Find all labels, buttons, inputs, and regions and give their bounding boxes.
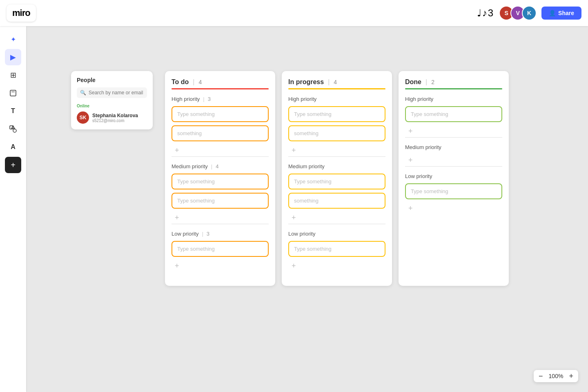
divider (405, 166, 502, 167)
inprogress-medium-label: Medium priority (288, 163, 325, 169)
card[interactable]: Type something (405, 183, 502, 199)
people-search-input[interactable] (89, 90, 144, 96)
done-high-label: High priority (405, 96, 433, 102)
avatar-3: K (522, 6, 537, 20)
separator: | (211, 163, 212, 169)
done-medium-header: Medium priority (405, 144, 502, 150)
tool-note[interactable] (5, 85, 21, 101)
person-info: Stephania Kolarova s5212@miro.com (92, 113, 138, 123)
kanban-board: To do | 4 High priority | 3 Type somethi… (165, 71, 509, 286)
zoom-out-button[interactable]: − (539, 372, 543, 380)
divider (288, 156, 385, 157)
person-email: s5212@miro.com (92, 118, 138, 123)
tool-table[interactable]: ⊞ (5, 67, 21, 83)
add-card-todo-low[interactable]: + (172, 260, 183, 272)
tool-text[interactable]: T (5, 103, 21, 119)
card[interactable]: Type something (172, 106, 269, 122)
inprogress-medium-priority: Medium priority Type something something… (288, 163, 385, 224)
svg-point-2 (13, 129, 16, 132)
svg-rect-0 (10, 90, 16, 96)
card[interactable]: something (288, 125, 385, 141)
add-card-done-high[interactable]: + (405, 125, 416, 137)
header: miro ♩♪3 S V K 👤 Share (0, 0, 588, 26)
people-panel-title: People (77, 77, 147, 83)
col-inprogress-divider (288, 88, 385, 89)
col-done-title: Done (405, 78, 421, 86)
logo-text: miro (12, 8, 30, 18)
people-panel: People 🔍 Online SK Stephania Kolarova s5… (71, 71, 153, 129)
card[interactable]: Type something (288, 174, 385, 189)
done-high-priority: High priority Type something + (405, 96, 502, 138)
done-low-label: Low priority (405, 173, 432, 179)
divider (172, 224, 269, 224)
todo-high-header: High priority | 3 (172, 96, 269, 102)
col-done-count: 2 (431, 79, 434, 85)
inprogress-high-priority: High priority Type something something + (288, 96, 385, 157)
todo-low-label: Low priority (172, 231, 198, 237)
card[interactable]: Type something (288, 106, 385, 122)
col-inprogress-count: 4 (334, 79, 337, 85)
done-high-header: High priority (405, 96, 502, 102)
share-label: Share (558, 10, 574, 16)
todo-low-header: Low priority | 3 (172, 231, 269, 237)
pipe-separator: | (425, 78, 427, 86)
person-row: SK Stephania Kolarova s5212@miro.com (77, 111, 147, 124)
tool-shapes[interactable] (5, 121, 21, 137)
zoom-controls: − 100% + (534, 370, 578, 382)
people-search-box[interactable]: 🔍 (77, 87, 147, 98)
inprogress-high-label: High priority (288, 96, 316, 102)
add-card-done-medium[interactable]: + (405, 154, 416, 166)
col-done-header: Done | 2 (405, 78, 502, 86)
pipe-separator: | (193, 78, 194, 86)
done-medium-priority: Medium priority + (405, 144, 502, 167)
add-card-done-low[interactable]: + (405, 203, 416, 214)
card[interactable]: something (288, 193, 385, 209)
col-inprogress-header: In progress | 4 (288, 78, 385, 86)
share-icon: 👤 (549, 10, 556, 16)
header-right: ♩♪3 S V K 👤 Share (477, 6, 581, 20)
todo-high-priority: High priority | 3 Type something somethi… (172, 96, 269, 157)
card[interactable]: Type something (172, 174, 269, 189)
todo-high-label: High priority (172, 96, 200, 102)
online-label: Online (77, 104, 147, 108)
toolbar: ✦ ▶ ⊞ T A + (0, 26, 26, 392)
todo-medium-header: Medium priority | 4 (172, 163, 269, 169)
zoom-level: 100% (548, 373, 564, 379)
separator: | (203, 96, 204, 102)
divider (288, 224, 385, 224)
add-card-todo-medium[interactable]: + (172, 212, 183, 224)
add-card-todo-high[interactable]: + (172, 145, 183, 156)
card[interactable]: Type something (288, 241, 385, 257)
emoji-icons: ♩♪3 (477, 7, 494, 19)
col-inprogress-title: In progress (288, 78, 324, 86)
col-todo-title: To do (172, 78, 189, 86)
todo-high-count: 3 (208, 96, 211, 102)
add-card-inprogress-medium[interactable]: + (288, 212, 299, 224)
col-todo-divider (172, 88, 269, 89)
person-avatar: SK (77, 111, 89, 124)
canvas: People 🔍 Online SK Stephania Kolarova s5… (26, 26, 588, 392)
add-card-inprogress-high[interactable]: + (288, 145, 299, 156)
tool-select[interactable]: ▶ (5, 49, 21, 65)
share-button[interactable]: 👤 Share (541, 7, 581, 20)
card[interactable]: Type something (405, 106, 502, 122)
tool-add[interactable]: + (5, 157, 21, 173)
search-icon: 🔍 (80, 90, 86, 96)
todo-medium-label: Medium priority (172, 163, 208, 169)
col-todo-header: To do | 4 (172, 78, 269, 86)
separator: | (202, 231, 203, 237)
col-todo-count: 4 (199, 79, 202, 85)
zoom-in-button[interactable]: + (569, 372, 573, 380)
card[interactable]: Type something (172, 241, 269, 257)
inprogress-medium-header: Medium priority (288, 163, 385, 169)
column-done: Done | 2 High priority Type something + … (399, 71, 509, 286)
divider (172, 156, 269, 157)
add-card-inprogress-low[interactable]: + (288, 260, 299, 272)
tool-font[interactable]: A (5, 139, 21, 155)
card[interactable]: something (172, 125, 269, 141)
tool-ai[interactable]: ✦ (5, 31, 21, 47)
todo-medium-count: 4 (216, 163, 218, 169)
inprogress-low-priority: Low priority Type something + (288, 231, 385, 272)
card[interactable]: Type something (172, 193, 269, 209)
pipe-separator: | (328, 78, 330, 86)
